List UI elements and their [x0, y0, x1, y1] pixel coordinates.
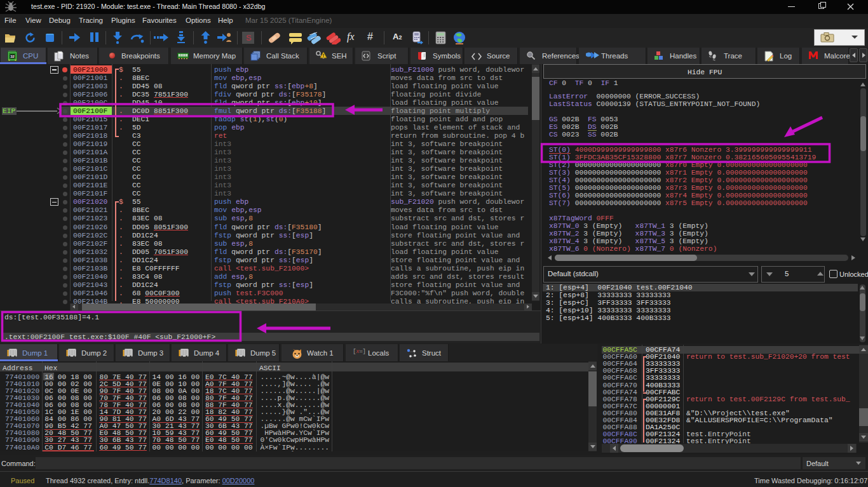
svg-text:!: ! — [323, 53, 324, 58]
svg-text:32: 32 — [10, 55, 15, 58]
